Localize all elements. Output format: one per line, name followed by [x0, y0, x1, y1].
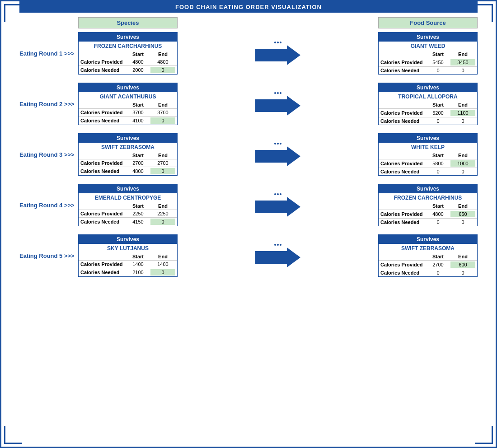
dot-2-4	[277, 193, 279, 195]
food-cal-needed-start-3: 0	[426, 169, 450, 174]
corner-decoration-tr	[475, 4, 493, 22]
species-card-2: Survives GIANT ACANTHURUS Start End Calo…	[78, 83, 178, 125]
food-cal-needed-end-2: 0	[450, 118, 475, 124]
species-cal-needed-end-2: 0	[150, 117, 175, 124]
arrow-head-5	[287, 247, 300, 267]
species-col-headers-3: Start End	[79, 152, 177, 159]
species-col-headers-2: Start End	[79, 101, 177, 108]
species-cal-needed-4: Calories Needed 4150 0	[79, 217, 177, 226]
food-cal-provided-2: Calories Provided 5200 1100	[379, 108, 477, 117]
species-cal-provided-4: Calories Provided 2250 2250	[79, 210, 177, 217]
big-arrow-5	[255, 247, 300, 267]
big-arrow-2	[255, 96, 300, 116]
species-start-hdr-1: Start	[126, 51, 150, 57]
header-spacer	[178, 17, 378, 28]
species-start-hdr-3: Start	[126, 153, 150, 158]
species-cal-provided-end-1: 4800	[150, 59, 175, 65]
round-label-2: Eating Round 2 >>>	[19, 101, 78, 107]
arrow-shaft-4	[255, 201, 287, 213]
species-cal-provided-start-3: 2700	[126, 160, 150, 166]
arrow-head-2	[287, 96, 300, 116]
arrow-area-1	[178, 42, 378, 65]
species-status-2: Survives	[79, 83, 177, 92]
food-name-2: TROPICAL ALLOPORA	[379, 92, 477, 101]
species-card-4: Survives EMERALD CENTROPYGE Start End Ca…	[78, 184, 178, 226]
dot-1-2	[274, 92, 276, 94]
arrow-area-3	[178, 143, 378, 166]
food-end-hdr-2: End	[450, 102, 475, 107]
species-cal-needed-start-2: 4100	[126, 118, 150, 123]
species-card-5: Survives SKY LUTJANUS Start End Calories…	[78, 234, 178, 277]
species-cal-provided-end-5: 1400	[150, 261, 175, 267]
dot-3-5	[280, 244, 281, 246]
food-name-3: WHITE KELP	[379, 143, 477, 152]
round-row-5: Eating Round 5 >>> Survives SKY LUTJANUS…	[19, 234, 478, 277]
food-card-1: Survives GIANT WEED Start End Calories P…	[378, 32, 478, 75]
arrow-dots-5	[274, 244, 281, 246]
outer-border: FOOD CHAIN EATING ORDER VISUALIZATION Sp…	[0, 0, 497, 448]
arrow-dots-1	[274, 42, 281, 43]
arrow-head-1	[287, 45, 300, 65]
food-card-5: Survives SWIFT ZEBRASOMA Start End Calor…	[378, 234, 478, 277]
dot-1-5	[274, 244, 276, 246]
dot-3-2	[280, 92, 281, 94]
arrow-area-4	[178, 193, 378, 217]
round-label-4: Eating Round 4 >>>	[19, 202, 78, 209]
food-end-hdr-1: End	[450, 51, 475, 57]
species-cal-needed-start-1: 2000	[126, 67, 150, 73]
species-cal-provided-end-2: 3700	[150, 110, 175, 115]
big-arrow-3	[255, 146, 300, 166]
species-cal-provided-1: Calories Provided 4800 4800	[79, 58, 177, 65]
page-title: FOOD CHAIN EATING ORDER VISUALIZATION	[19, 1, 478, 13]
species-cal-needed-3: Calories Needed 4800 0	[79, 167, 177, 175]
food-cal-needed-start-5: 0	[426, 270, 450, 275]
species-cal-provided-5: Calories Provided 1400 1400	[79, 260, 177, 268]
arrow-area-5	[178, 244, 378, 267]
species-col-headers-4: Start End	[79, 202, 177, 210]
species-name-2: GIANT ACANTHURUS	[79, 92, 177, 101]
food-cal-provided-end-4: 650	[450, 211, 475, 217]
food-cal-provided-end-3: 1000	[450, 160, 475, 167]
species-end-hdr-2: End	[150, 102, 175, 107]
species-cal-needed-start-3: 4800	[126, 168, 150, 174]
food-cal-provided-5: Calories Provided 2700 600	[379, 260, 477, 269]
food-start-hdr-1: Start	[426, 51, 450, 57]
food-status-1: Survives	[379, 33, 477, 42]
species-status-4: Survives	[79, 184, 177, 193]
species-column-header: Species	[78, 17, 178, 28]
food-column-header: Food Source	[378, 17, 478, 28]
dot-3-4	[280, 193, 281, 195]
food-cal-needed-start-1: 0	[426, 68, 450, 73]
species-col-headers-1: Start End	[79, 51, 177, 58]
food-cal-needed-end-4: 0	[450, 219, 475, 225]
rounds-container: Eating Round 1 >>> Survives FROZEN CARCH…	[19, 32, 478, 277]
species-card-3: Survives SWIFT ZEBRASOMA Start End Calor…	[78, 133, 178, 176]
species-cal-needed-end-4: 0	[150, 219, 175, 225]
species-start-hdr-4: Start	[126, 203, 150, 209]
species-cal-provided-end-3: 2700	[150, 160, 175, 166]
dot-3-1	[280, 42, 281, 43]
food-cal-needed-end-5: 0	[450, 270, 475, 275]
column-headers: Species Food Source	[19, 17, 478, 28]
food-col-headers-3: Start End	[379, 152, 477, 159]
species-end-hdr-5: End	[150, 254, 175, 259]
food-status-2: Survives	[379, 83, 477, 92]
dot-2-1	[277, 42, 279, 43]
food-end-hdr-5: End	[450, 254, 475, 259]
arrow-dots-2	[274, 92, 281, 94]
corner-decoration-bl	[4, 426, 22, 444]
food-cal-needed-1: Calories Needed 0 0	[379, 66, 477, 74]
dot-line-2	[274, 92, 281, 94]
species-cal-provided-start-4: 2250	[126, 211, 150, 216]
species-end-hdr-4: End	[150, 203, 175, 209]
arrow-head-4	[287, 197, 300, 217]
food-cal-provided-start-2: 5200	[426, 110, 450, 116]
food-card-3: Survives WHITE KELP Start End Calories P…	[378, 133, 478, 176]
species-cal-provided-end-4: 2250	[150, 211, 175, 216]
arrow-area-2	[178, 92, 378, 116]
food-name-1: GIANT WEED	[379, 42, 477, 51]
food-col-headers-5: Start End	[379, 253, 477, 260]
dot-1-4	[274, 193, 276, 195]
species-cal-provided-start-1: 4800	[126, 59, 150, 65]
food-start-hdr-3: Start	[426, 153, 450, 158]
